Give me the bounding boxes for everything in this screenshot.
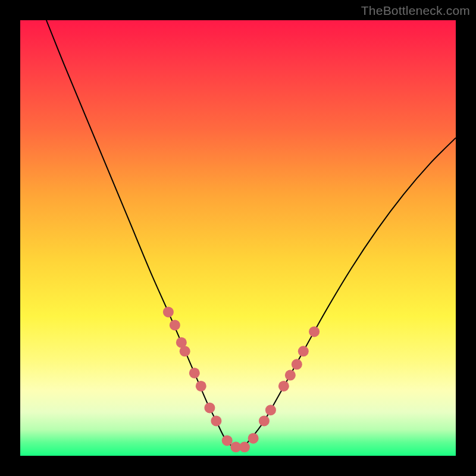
- marker-dot: [239, 441, 250, 452]
- chart-svg: [20, 20, 456, 456]
- marker-dot: [292, 359, 302, 369]
- marker-dot: [278, 381, 289, 392]
- marker-dot: [170, 320, 180, 330]
- marker-dot: [285, 370, 296, 381]
- marker-dot: [211, 415, 221, 426]
- marker-dot: [163, 306, 174, 317]
- marker-dot: [189, 368, 200, 378]
- marker-dot: [196, 381, 206, 392]
- marker-dot: [222, 435, 233, 446]
- marker-dot: [204, 402, 215, 413]
- outer-frame: TheBottleneck.com: [0, 0, 476, 476]
- chart-area: [20, 20, 456, 456]
- marker-dot: [259, 415, 270, 426]
- marker-dot: [248, 433, 259, 444]
- marker-dot: [265, 405, 276, 415]
- marker-group: [163, 306, 320, 452]
- watermark-text: TheBottleneck.com: [361, 4, 470, 18]
- bottleneck-curve: [46, 20, 456, 448]
- marker-dot: [298, 346, 309, 356]
- marker-dot: [309, 326, 320, 337]
- marker-dot: [180, 346, 190, 356]
